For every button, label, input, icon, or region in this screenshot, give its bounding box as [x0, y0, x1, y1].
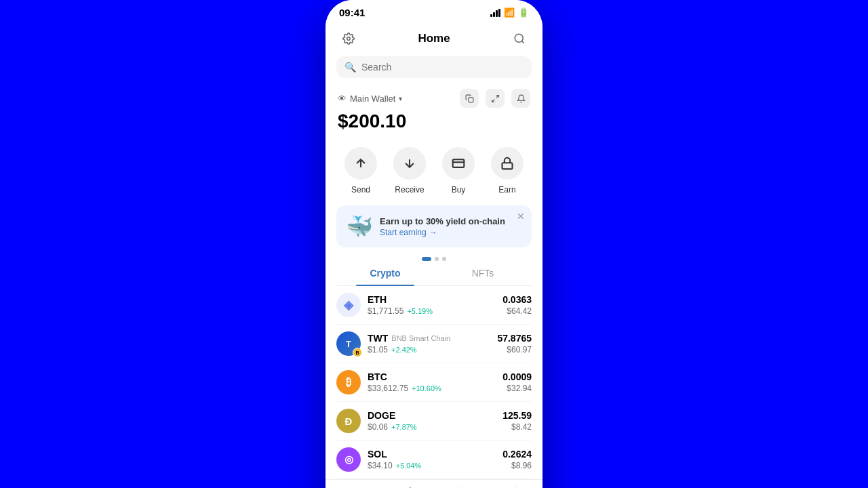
- asset-doge[interactable]: Ð DOGE $0.06 +7.87% 125.59 $8.42: [336, 402, 532, 441]
- asset-twt[interactable]: T B TWT BNB Smart Chain $1.05 +2.42% 57.…: [336, 325, 532, 363]
- promo-image: 🐳: [346, 214, 373, 239]
- doge-amount: 125.59: [502, 410, 532, 421]
- promo-text-area: Earn up to 30% yield on-chain Start earn…: [380, 216, 522, 237]
- promo-close-button[interactable]: ✕: [517, 211, 525, 222]
- twt-icon: T B: [336, 331, 361, 356]
- nav-swap[interactable]: Swap: [387, 485, 427, 488]
- receive-icon: [393, 147, 426, 180]
- swap-icon: [399, 485, 415, 488]
- battery-icon: 🔋: [518, 7, 529, 18]
- asset-list: ◈ ETH $1,771.55 +5.19% 0.0363 $64.42 T B: [326, 286, 542, 479]
- wallet-section: 👁 Main Wallet ▾: [326, 86, 542, 142]
- svg-point-0: [347, 37, 351, 41]
- eth-price: $1,771.55: [368, 306, 403, 316]
- btc-amounts: 0.0009 $32.94: [502, 371, 532, 393]
- svg-line-5: [492, 99, 494, 102]
- wallet-name: Main Wallet: [350, 94, 395, 104]
- twt-price: $1.05: [368, 345, 388, 354]
- quick-actions: Send Receive Buy Earn: [326, 142, 542, 205]
- earn-button[interactable]: Earn: [491, 147, 524, 195]
- btc-change: +10.60%: [412, 384, 441, 392]
- buy-label: Buy: [452, 185, 466, 195]
- receive-label: Receive: [395, 185, 424, 195]
- asset-tabs: Crypto NFTs: [336, 261, 532, 286]
- doge-icon: Ð: [336, 409, 361, 433]
- notifications-button[interactable]: [511, 89, 530, 108]
- send-button[interactable]: Send: [344, 147, 377, 195]
- svg-line-2: [521, 41, 524, 43]
- phone-frame: 09:41 📶 🔋 Home 🔍: [326, 0, 542, 488]
- browser-icon: [507, 485, 524, 488]
- eye-icon: 👁: [338, 94, 347, 104]
- promo-title: Earn up to 30% yield on-chain: [380, 216, 522, 226]
- btc-amount: 0.0009: [502, 371, 532, 382]
- tab-nfts[interactable]: NFTs: [434, 261, 532, 285]
- asset-btc[interactable]: ₿ BTC $33,612.75 +10.60% 0.0009 $32.94: [336, 363, 532, 402]
- earn-icon: [491, 147, 524, 180]
- settings-button[interactable]: [338, 28, 359, 49]
- scan-button[interactable]: [509, 28, 530, 49]
- buy-button[interactable]: Buy: [442, 147, 475, 195]
- doge-name: DOGE: [368, 410, 395, 421]
- expand-button[interactable]: [486, 89, 505, 108]
- nav-browser[interactable]: Browser: [495, 485, 536, 488]
- btc-icon: ₿: [336, 370, 361, 394]
- wallet-balance: $200.10: [338, 110, 530, 132]
- twt-info: TWT BNB Smart Chain $1.05 +2.42%: [368, 333, 497, 354]
- tab-crypto[interactable]: Crypto: [336, 261, 434, 285]
- sol-name: SOL: [368, 449, 387, 460]
- btc-info: BTC $33,612.75 +10.60%: [368, 371, 502, 393]
- bottom-nav: Home Swap Discover: [326, 479, 542, 488]
- status-bar: 09:41 📶 🔋: [326, 0, 542, 22]
- wifi-icon: 📶: [504, 7, 515, 18]
- bnb-badge: B: [353, 348, 362, 357]
- send-label: Send: [351, 185, 370, 195]
- eth-info: ETH $1,771.55 +5.19%: [368, 294, 502, 316]
- asset-eth[interactable]: ◈ ETH $1,771.55 +5.19% 0.0363 $64.42: [336, 286, 532, 325]
- asset-sol[interactable]: ◎ SOL $34.10 +5.04% 0.2624 $8.96: [336, 441, 532, 479]
- promo-banner: 🐳 Earn up to 30% yield on-chain Start ea…: [336, 205, 532, 247]
- earn-label: Earn: [498, 185, 515, 195]
- search-icon: 🔍: [344, 62, 356, 73]
- doge-price: $0.06: [368, 422, 388, 432]
- sol-price: $34.10: [368, 461, 393, 470]
- wallet-label[interactable]: 👁 Main Wallet ▾: [338, 94, 402, 104]
- btc-price: $33,612.75: [368, 384, 408, 393]
- doge-info: DOGE $0.06 +7.87%: [368, 410, 502, 432]
- sol-icon: ◎: [336, 447, 361, 472]
- search-bar: 🔍: [336, 56, 532, 78]
- twt-value: $60.97: [497, 345, 532, 354]
- discover-icon: [453, 485, 469, 488]
- sol-info: SOL $34.10 +5.04%: [368, 449, 502, 470]
- eth-amounts: 0.0363 $64.42: [502, 294, 532, 316]
- promo-link[interactable]: Start earning →: [380, 228, 522, 237]
- eth-change: +5.19%: [407, 307, 433, 315]
- receive-button[interactable]: Receive: [393, 147, 426, 195]
- home-icon: [344, 485, 361, 488]
- sol-value: $8.96: [502, 461, 532, 470]
- svg-point-1: [515, 34, 523, 42]
- chevron-down-icon: ▾: [399, 95, 402, 102]
- sol-change: +5.04%: [396, 462, 422, 470]
- copy-address-button[interactable]: [460, 89, 479, 108]
- twt-amounts: 57.8765 $60.97: [497, 333, 532, 354]
- doge-amounts: 125.59 $8.42: [502, 410, 532, 432]
- nav-home[interactable]: Home: [332, 485, 373, 488]
- search-input[interactable]: [361, 62, 524, 73]
- arrow-icon: →: [429, 228, 437, 237]
- header-title: Home: [418, 32, 450, 45]
- svg-line-4: [496, 95, 498, 98]
- status-icons: 📶 🔋: [490, 7, 529, 18]
- header: Home: [326, 22, 542, 56]
- signal-icon: [490, 9, 500, 17]
- eth-icon: ◈: [336, 293, 361, 317]
- twt-change: +2.42%: [391, 346, 417, 354]
- btc-value: $32.94: [502, 384, 532, 393]
- svg-rect-8: [453, 159, 465, 167]
- eth-amount: 0.0363: [502, 294, 532, 305]
- send-icon: [344, 147, 377, 180]
- nav-discover[interactable]: Discover: [441, 485, 481, 488]
- sol-amounts: 0.2624 $8.96: [502, 449, 532, 470]
- twt-name: TWT: [368, 333, 388, 344]
- eth-value: $64.42: [502, 306, 532, 316]
